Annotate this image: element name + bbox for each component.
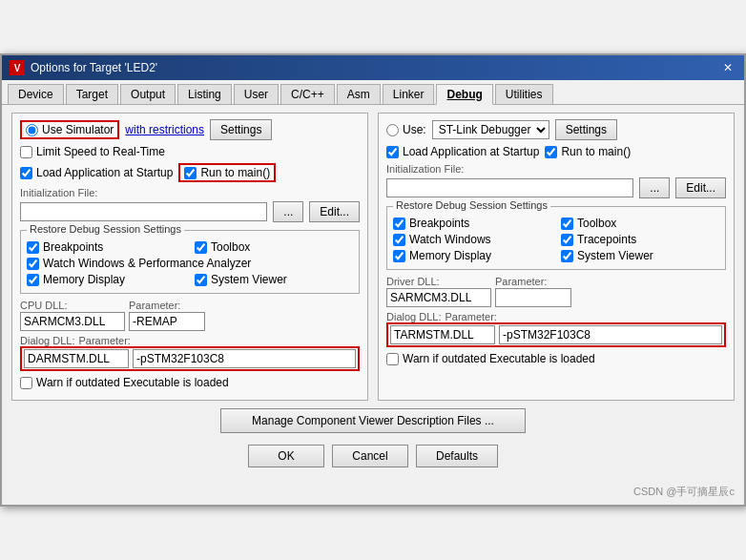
breakpoints-right-checkbox[interactable] [393, 218, 405, 230]
with-restrictions-link[interactable]: with restrictions [125, 123, 204, 136]
debugger-combo[interactable]: ST-Link Debugger [432, 120, 549, 139]
use-debugger-radio-label[interactable]: Use: [386, 123, 426, 136]
manage-component-button[interactable]: Manage Component Viewer Description File… [220, 408, 526, 433]
cpu-dll-input[interactable] [20, 312, 125, 331]
dialog-dll-right-labels-row: Dialog DLL: Parameter: [386, 311, 726, 322]
browse-right-button[interactable]: ... [639, 177, 670, 198]
restore-right-group: Restore Debug Session Settings Breakpoin… [386, 206, 726, 270]
dialog-dll-left-label: Dialog DLL: [20, 335, 74, 346]
init-file-right-label: Initialization File: [386, 163, 726, 175]
cancel-button[interactable]: Cancel [332, 445, 408, 467]
memory-display-left-label[interactable]: Memory Display [27, 273, 185, 286]
dialog-dll-right-input[interactable] [390, 325, 495, 344]
tab-linker[interactable]: Linker [383, 84, 435, 104]
limit-speed-label[interactable]: Limit Speed to Real-Time [20, 145, 165, 158]
breakpoints-right-label[interactable]: Breakpoints [393, 217, 551, 230]
load-app-right-checkbox[interactable] [386, 146, 399, 158]
run-to-main-left-checkbox[interactable] [184, 167, 197, 179]
tab-output[interactable]: Output [120, 84, 176, 104]
watch-windows-left-label[interactable]: Watch Windows & Performance Analyzer [27, 257, 353, 270]
memory-display-right-label[interactable]: Memory Display [393, 249, 551, 262]
load-app-right-label[interactable]: Load Application at Startup [386, 145, 539, 158]
toolbox-left-checkbox[interactable] [195, 241, 207, 254]
run-to-main-right-label[interactable]: Run to main() [545, 145, 631, 158]
tab-asm[interactable]: Asm [337, 84, 381, 104]
dialog-param-right-input[interactable] [499, 325, 722, 344]
simulator-highlight: Use Simulator [20, 120, 119, 139]
breakpoints-left-checkbox[interactable] [27, 241, 39, 254]
ok-button[interactable]: OK [248, 445, 324, 467]
tab-utilities[interactable]: Utilities [495, 84, 553, 104]
dialog-param-right-col: Parameter: [445, 311, 496, 322]
system-viewer-left-label[interactable]: System Viewer [195, 273, 353, 286]
tracepoints-right-checkbox[interactable] [561, 234, 573, 246]
watch-windows-right-checkbox[interactable] [393, 234, 405, 246]
defaults-button[interactable]: Defaults [416, 445, 498, 467]
memory-display-right-checkbox[interactable] [393, 250, 405, 262]
system-viewer-right-checkbox[interactable] [561, 250, 573, 262]
warn-outdated-left-label[interactable]: Warn if outdated Executable is loaded [20, 376, 229, 389]
close-button[interactable]: ✕ [719, 60, 736, 75]
tab-device[interactable]: Device [8, 84, 64, 104]
watch-windows-right-label[interactable]: Watch Windows [393, 233, 551, 246]
driver-dll-col: Driver DLL: [386, 276, 491, 307]
title-text: Options for Target 'LED2' [31, 61, 157, 74]
breakpoints-left-label[interactable]: Breakpoints [27, 240, 185, 254]
use-simulator-radio-label[interactable]: Use Simulator [26, 123, 114, 136]
warn-outdated-right-checkbox[interactable] [386, 353, 399, 365]
use-simulator-radio[interactable] [26, 124, 38, 136]
load-run-row: Load Application at Startup Run to main(… [20, 163, 360, 182]
warn-outdated-right-label[interactable]: Warn if outdated Executable is loaded [386, 352, 595, 365]
tab-debug[interactable]: Debug [436, 84, 492, 105]
system-viewer-right-label[interactable]: System Viewer [561, 249, 719, 262]
bottom-buttons: OK Cancel Defaults [11, 437, 735, 477]
title-bar-left: V Options for Target 'LED2' [10, 60, 157, 75]
dialog-dll-left-row: Dialog DLL: Parameter: [20, 335, 360, 346]
right-settings-button[interactable]: Settings [555, 119, 617, 140]
dialog-dll-right-highlight [386, 322, 726, 347]
driver-dll-label: Driver DLL: [386, 276, 491, 287]
run-to-main-right-checkbox[interactable] [545, 146, 557, 158]
tabs-bar: Device Target Output Listing User C/C++ … [2, 80, 744, 105]
cpu-param-input[interactable] [129, 312, 205, 331]
left-settings-button[interactable]: Settings [210, 119, 272, 140]
load-run-right-row: Load Application at Startup Run to main(… [386, 145, 726, 158]
restore-left-group: Restore Debug Session Settings Breakpoin… [20, 230, 360, 294]
watch-windows-left-checkbox[interactable] [27, 258, 39, 270]
toolbox-right-checkbox[interactable] [561, 218, 573, 230]
right-panel: Use: ST-Link Debugger Settings Load Appl… [378, 113, 735, 401]
tracepoints-right-label[interactable]: Tracepoints [561, 233, 719, 246]
dialog-dll-right-section: Dialog DLL: Parameter: [386, 311, 726, 347]
warn-outdated-left-checkbox[interactable] [20, 377, 32, 389]
init-file-right-section: Initialization File: ... Edit... [386, 163, 726, 198]
browse-left-button[interactable]: ... [273, 201, 303, 222]
warn-outdated-left-row: Warn if outdated Executable is loaded [20, 376, 360, 389]
driver-param-input[interactable] [495, 288, 571, 307]
use-debugger-radio[interactable] [386, 124, 399, 136]
dialog-param-left-label: Parameter: [78, 335, 130, 346]
init-file-left-input[interactable] [20, 202, 267, 221]
toolbox-right-label[interactable]: Toolbox [561, 217, 719, 230]
restore-right-title: Restore Debug Session Settings [393, 199, 550, 211]
memory-display-left-checkbox[interactable] [27, 274, 39, 286]
tab-cpp[interactable]: C/C++ [280, 84, 335, 104]
load-app-left-checkbox[interactable] [20, 167, 32, 179]
system-viewer-left-checkbox[interactable] [195, 274, 207, 286]
cpu-param-col: Parameter: [129, 300, 205, 331]
driver-dll-input[interactable] [386, 288, 491, 307]
dialog-param-left-input[interactable] [133, 349, 356, 368]
init-file-right-input[interactable] [386, 178, 633, 197]
run-to-main-left-highlight: Run to main() [178, 163, 276, 182]
edit-right-button[interactable]: Edit... [675, 177, 726, 198]
left-panel: Use Simulator with restrictions Settings… [11, 113, 368, 401]
tab-listing[interactable]: Listing [177, 84, 232, 104]
dialog-dll-right-label: Dialog DLL: [386, 311, 441, 322]
dialog-dll-left-input[interactable] [24, 349, 129, 368]
run-to-main-left-label[interactable]: Run to main() [184, 166, 270, 179]
toolbox-left-label[interactable]: Toolbox [195, 240, 353, 254]
tab-target[interactable]: Target [66, 84, 118, 104]
edit-left-button[interactable]: Edit... [309, 201, 360, 222]
limit-speed-checkbox[interactable] [20, 146, 32, 158]
tab-user[interactable]: User [234, 84, 279, 104]
load-app-left-label[interactable]: Load Application at Startup [20, 166, 173, 179]
